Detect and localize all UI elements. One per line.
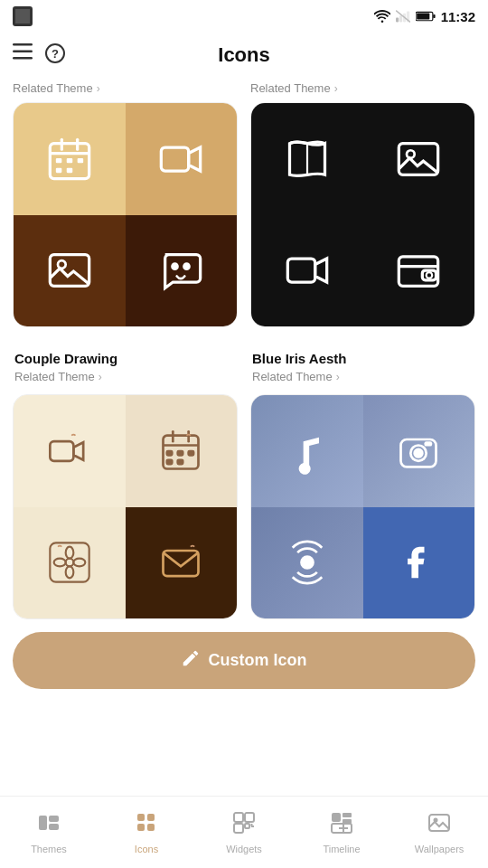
svg-rect-75 — [429, 815, 449, 831]
icon-cell-video-sketch — [14, 395, 126, 507]
custom-icon-button[interactable]: Custom Icon — [13, 632, 475, 689]
svg-point-48 — [53, 559, 65, 567]
related-theme-link-left-top[interactable]: Related Theme › — [13, 81, 238, 95]
svg-rect-44 — [50, 543, 89, 582]
svg-rect-28 — [399, 143, 438, 175]
svg-rect-41 — [189, 451, 193, 455]
icon-cell-mail-sketch — [126, 507, 238, 619]
svg-rect-56 — [39, 816, 47, 830]
svg-rect-64 — [245, 813, 254, 822]
svg-point-33 — [427, 272, 433, 278]
wallpapers-nav-label: Wallpapers — [415, 844, 465, 854]
svg-point-26 — [184, 264, 189, 269]
svg-rect-17 — [56, 158, 62, 163]
theme-column-right-top: Related Theme › — [250, 81, 475, 327]
themes-nav-icon — [37, 811, 61, 840]
icon-cell-music — [251, 395, 363, 507]
svg-point-25 — [173, 264, 177, 269]
svg-point-29 — [407, 150, 415, 158]
icon-pack-card-right-top[interactable] — [250, 102, 475, 327]
icon-pack-card-blue[interactable] — [250, 394, 475, 619]
theme-info-blue: Blue Iris Aesth Related Theme › — [250, 342, 475, 391]
icons-nav-label: Icons — [135, 844, 158, 854]
svg-rect-6 — [417, 13, 429, 19]
nav-item-timeline[interactable]: Timeline — [293, 811, 390, 854]
svg-rect-62 — [147, 824, 155, 831]
icons-nav-icon — [135, 811, 158, 840]
svg-point-55 — [301, 557, 313, 569]
svg-rect-70 — [343, 813, 352, 817]
svg-rect-65 — [234, 824, 243, 833]
icon-grid-left-top — [14, 103, 237, 326]
svg-rect-19 — [77, 158, 83, 163]
chevron-right-icon-2: › — [334, 82, 338, 95]
theme-title-couple: Couple Drawing — [14, 351, 236, 366]
bottom-grid: Couple Drawing Related Theme › — [13, 342, 475, 619]
icon-cell-wallet — [363, 215, 475, 327]
svg-rect-1 — [399, 15, 402, 22]
icon-pack-card-couple[interactable] — [13, 394, 238, 619]
svg-point-46 — [65, 547, 73, 559]
page-title: Icons — [218, 43, 269, 67]
svg-rect-39 — [167, 451, 172, 455]
nav-item-widgets[interactable]: Widgets — [195, 811, 293, 854]
svg-text:?: ? — [52, 47, 59, 61]
themes-nav-label: Themes — [31, 844, 67, 854]
theme-info-couple: Couple Drawing Related Theme › — [13, 342, 238, 391]
svg-rect-66 — [245, 824, 249, 828]
svg-rect-8 — [13, 43, 33, 46]
icon-cell-facebook — [363, 507, 475, 619]
svg-rect-69 — [332, 813, 341, 822]
nav-item-icons[interactable]: Icons — [98, 811, 195, 854]
nav-item-themes[interactable]: Themes — [0, 811, 98, 854]
icon-pack-card-left-top[interactable] — [13, 102, 238, 327]
theme-column-blue: Blue Iris Aesth Related Theme › — [250, 342, 475, 619]
header-left-controls[interactable]: ? — [13, 43, 65, 68]
app-header: ? Icons — [0, 33, 488, 78]
icon-cell-podcast — [251, 507, 363, 619]
related-theme-link-couple[interactable]: Related Theme › — [14, 370, 236, 383]
widgets-nav-label: Widgets — [226, 844, 262, 854]
svg-rect-54 — [425, 441, 433, 446]
svg-rect-7 — [433, 14, 435, 18]
hamburger-button[interactable] — [13, 43, 33, 68]
theme-column-couple: Couple Drawing Related Theme › — [13, 342, 238, 619]
svg-point-53 — [415, 449, 423, 458]
icon-cell-video — [126, 103, 238, 215]
top-grid: Related Theme › — [13, 81, 475, 327]
svg-rect-61 — [137, 824, 145, 831]
svg-rect-20 — [56, 168, 62, 173]
related-theme-link-blue[interactable]: Related Theme › — [252, 370, 474, 383]
main-content: Related Theme › — [0, 78, 488, 796]
icon-cell-video-play — [251, 215, 363, 327]
status-bar: 11:32 — [0, 0, 488, 33]
svg-point-49 — [73, 559, 85, 567]
icon-cell-calendar — [14, 103, 126, 215]
wallpapers-nav-icon — [427, 811, 451, 840]
related-theme-link-right-top[interactable]: Related Theme › — [250, 81, 475, 95]
chevron-right-icon-3: › — [99, 371, 102, 383]
svg-rect-58 — [49, 824, 59, 830]
pencil-icon — [181, 648, 201, 673]
svg-rect-9 — [13, 50, 33, 52]
icon-cell-book — [251, 103, 363, 215]
theme-title-blue: Blue Iris Aesth — [252, 351, 474, 366]
chevron-right-icon: › — [97, 82, 100, 95]
icon-cell-image — [363, 103, 475, 215]
icon-cell-photo — [14, 215, 126, 327]
icon-cell-flower-sketch — [14, 507, 126, 619]
svg-rect-18 — [67, 158, 73, 163]
icon-cell-message — [126, 215, 238, 327]
bottom-navigation: Themes Icons Widgets — [0, 796, 488, 868]
signal-icon — [396, 10, 410, 23]
svg-rect-10 — [13, 57, 33, 60]
svg-rect-60 — [147, 814, 155, 821]
time-display: 11:32 — [441, 9, 475, 24]
svg-rect-21 — [67, 168, 73, 173]
theme-column-left-top: Related Theme › — [13, 81, 238, 327]
svg-rect-43 — [178, 460, 183, 464]
nav-item-wallpapers[interactable]: Wallpapers — [390, 811, 488, 854]
svg-rect-40 — [178, 451, 183, 455]
svg-rect-42 — [167, 460, 172, 464]
help-button[interactable]: ? — [45, 43, 65, 68]
